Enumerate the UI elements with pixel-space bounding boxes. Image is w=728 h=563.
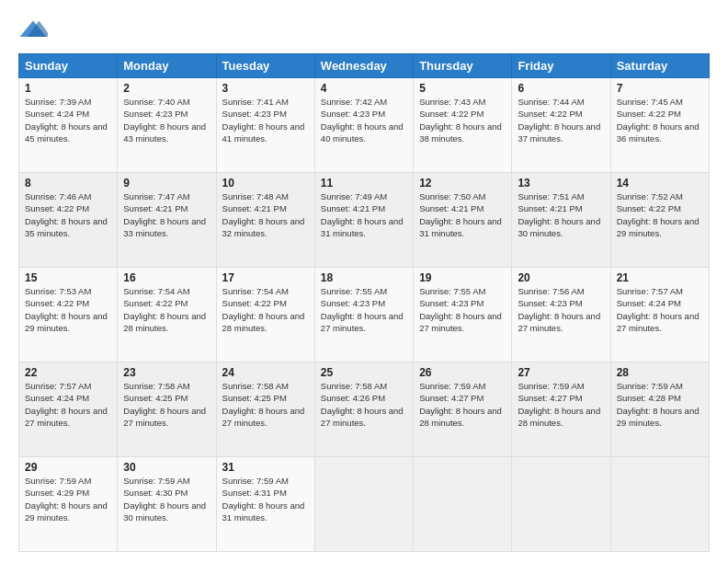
day-number: 20: [518, 271, 604, 284]
calendar-row: 29Sunrise: 7:59 AM Sunset: 4:29 PM Dayli…: [19, 457, 710, 552]
calendar-table: SundayMondayTuesdayWednesdayThursdayFrid…: [18, 53, 710, 552]
day-info: Sunrise: 7:44 AM Sunset: 4:22 PM Dayligh…: [518, 96, 604, 144]
calendar-cell: 17Sunrise: 7:54 AM Sunset: 4:22 PM Dayli…: [216, 268, 314, 362]
day-number: 21: [617, 271, 703, 284]
day-number: 15: [25, 271, 111, 284]
day-info: Sunrise: 7:43 AM Sunset: 4:22 PM Dayligh…: [419, 96, 506, 144]
calendar-cell: 12Sunrise: 7:50 AM Sunset: 4:21 PM Dayli…: [414, 173, 512, 268]
day-number: 16: [123, 271, 210, 284]
calendar-cell: 26Sunrise: 7:59 AM Sunset: 4:27 PM Dayli…: [414, 362, 512, 457]
calendar-cell: 14Sunrise: 7:52 AM Sunset: 4:22 PM Dayli…: [610, 173, 709, 268]
day-number: 25: [321, 366, 407, 379]
day-number: 17: [222, 271, 309, 284]
calendar-cell: 8Sunrise: 7:46 AM Sunset: 4:22 PM Daylig…: [19, 173, 118, 268]
day-number: 29: [25, 461, 111, 474]
day-info: Sunrise: 7:59 AM Sunset: 4:27 PM Dayligh…: [419, 380, 506, 429]
calendar-header: SundayMondayTuesdayWednesdayThursdayFrid…: [19, 54, 710, 78]
day-number: 5: [419, 82, 506, 95]
calendar-cell: 10Sunrise: 7:48 AM Sunset: 4:21 PM Dayli…: [216, 173, 314, 268]
day-info: Sunrise: 7:58 AM Sunset: 4:26 PM Dayligh…: [321, 380, 407, 429]
day-number: 11: [321, 177, 407, 190]
day-number: 9: [123, 177, 210, 190]
calendar-cell: 3Sunrise: 7:41 AM Sunset: 4:23 PM Daylig…: [216, 78, 314, 173]
day-info: Sunrise: 7:59 AM Sunset: 4:30 PM Dayligh…: [123, 475, 210, 523]
calendar-cell: 20Sunrise: 7:56 AM Sunset: 4:23 PM Dayli…: [512, 268, 610, 362]
day-number: 30: [123, 461, 210, 474]
calendar-cell: 29Sunrise: 7:59 AM Sunset: 4:29 PM Dayli…: [19, 457, 118, 552]
logo-icon: [18, 15, 48, 44]
day-info: Sunrise: 7:58 AM Sunset: 4:25 PM Dayligh…: [123, 380, 210, 429]
calendar-cell: 21Sunrise: 7:57 AM Sunset: 4:24 PM Dayli…: [610, 268, 709, 362]
day-info: Sunrise: 7:42 AM Sunset: 4:23 PM Dayligh…: [321, 96, 407, 144]
day-info: Sunrise: 7:40 AM Sunset: 4:23 PM Dayligh…: [123, 96, 210, 144]
calendar-cell: 5Sunrise: 7:43 AM Sunset: 4:22 PM Daylig…: [414, 78, 512, 173]
header-row: SundayMondayTuesdayWednesdayThursdayFrid…: [19, 54, 710, 78]
logo: [18, 15, 51, 44]
calendar-cell: 15Sunrise: 7:53 AM Sunset: 4:22 PM Dayli…: [19, 268, 118, 362]
day-number: 31: [222, 461, 309, 474]
calendar-cell: 2Sunrise: 7:40 AM Sunset: 4:23 PM Daylig…: [118, 78, 216, 173]
day-number: 1: [25, 82, 111, 95]
day-info: Sunrise: 7:54 AM Sunset: 4:22 PM Dayligh…: [123, 285, 210, 334]
day-info: Sunrise: 7:57 AM Sunset: 4:24 PM Dayligh…: [25, 380, 111, 429]
header-cell-monday: Monday: [118, 54, 216, 78]
day-info: Sunrise: 7:41 AM Sunset: 4:23 PM Dayligh…: [222, 96, 309, 144]
day-info: Sunrise: 7:47 AM Sunset: 4:21 PM Dayligh…: [123, 190, 210, 239]
day-number: 10: [222, 177, 309, 190]
day-number: 2: [123, 82, 210, 95]
day-info: Sunrise: 7:56 AM Sunset: 4:23 PM Dayligh…: [518, 285, 604, 334]
day-number: 7: [617, 82, 703, 95]
day-number: 19: [419, 271, 506, 284]
day-info: Sunrise: 7:59 AM Sunset: 4:28 PM Dayligh…: [617, 380, 703, 429]
day-number: 18: [321, 271, 407, 284]
calendar-cell: 28Sunrise: 7:59 AM Sunset: 4:28 PM Dayli…: [610, 362, 709, 457]
calendar-cell: [414, 457, 512, 552]
calendar-cell: 27Sunrise: 7:59 AM Sunset: 4:27 PM Dayli…: [512, 362, 610, 457]
calendar-cell: 25Sunrise: 7:58 AM Sunset: 4:26 PM Dayli…: [314, 362, 413, 457]
day-number: 26: [419, 366, 506, 379]
day-info: Sunrise: 7:49 AM Sunset: 4:21 PM Dayligh…: [321, 190, 407, 239]
day-info: Sunrise: 7:59 AM Sunset: 4:27 PM Dayligh…: [518, 380, 604, 429]
calendar-cell: 16Sunrise: 7:54 AM Sunset: 4:22 PM Dayli…: [118, 268, 216, 362]
day-number: 12: [419, 177, 506, 190]
day-info: Sunrise: 7:50 AM Sunset: 4:21 PM Dayligh…: [419, 190, 506, 239]
day-info: Sunrise: 7:39 AM Sunset: 4:24 PM Dayligh…: [25, 96, 111, 144]
calendar-cell: 9Sunrise: 7:47 AM Sunset: 4:21 PM Daylig…: [118, 173, 216, 268]
header: [18, 15, 710, 44]
day-number: 27: [518, 366, 604, 379]
day-number: 28: [617, 366, 703, 379]
day-info: Sunrise: 7:59 AM Sunset: 4:29 PM Dayligh…: [25, 475, 111, 523]
calendar-row: 22Sunrise: 7:57 AM Sunset: 4:24 PM Dayli…: [19, 362, 710, 457]
calendar-row: 1Sunrise: 7:39 AM Sunset: 4:24 PM Daylig…: [19, 78, 710, 173]
calendar-cell: 31Sunrise: 7:59 AM Sunset: 4:31 PM Dayli…: [216, 457, 314, 552]
calendar-cell: [512, 457, 610, 552]
day-number: 23: [123, 366, 210, 379]
calendar-cell: 7Sunrise: 7:45 AM Sunset: 4:22 PM Daylig…: [610, 78, 709, 173]
calendar-cell: 6Sunrise: 7:44 AM Sunset: 4:22 PM Daylig…: [512, 78, 610, 173]
calendar-cell: 30Sunrise: 7:59 AM Sunset: 4:30 PM Dayli…: [118, 457, 216, 552]
calendar-cell: 4Sunrise: 7:42 AM Sunset: 4:23 PM Daylig…: [314, 78, 413, 173]
day-info: Sunrise: 7:55 AM Sunset: 4:23 PM Dayligh…: [321, 285, 407, 334]
header-cell-saturday: Saturday: [610, 54, 709, 78]
day-info: Sunrise: 7:53 AM Sunset: 4:22 PM Dayligh…: [25, 285, 111, 334]
day-info: Sunrise: 7:54 AM Sunset: 4:22 PM Dayligh…: [222, 285, 309, 334]
day-info: Sunrise: 7:52 AM Sunset: 4:22 PM Dayligh…: [617, 190, 703, 239]
day-number: 22: [25, 366, 111, 379]
day-info: Sunrise: 7:55 AM Sunset: 4:23 PM Dayligh…: [419, 285, 506, 334]
day-info: Sunrise: 7:48 AM Sunset: 4:21 PM Dayligh…: [222, 190, 309, 239]
day-number: 6: [518, 82, 604, 95]
day-info: Sunrise: 7:59 AM Sunset: 4:31 PM Dayligh…: [222, 475, 309, 523]
calendar-cell: 22Sunrise: 7:57 AM Sunset: 4:24 PM Dayli…: [19, 362, 118, 457]
day-number: 14: [617, 177, 703, 190]
calendar-body: 1Sunrise: 7:39 AM Sunset: 4:24 PM Daylig…: [19, 78, 710, 552]
page: SundayMondayTuesdayWednesdayThursdayFrid…: [0, 0, 728, 563]
header-cell-friday: Friday: [512, 54, 610, 78]
day-number: 4: [321, 82, 407, 95]
calendar-cell: 23Sunrise: 7:58 AM Sunset: 4:25 PM Dayli…: [118, 362, 216, 457]
calendar-cell: 24Sunrise: 7:58 AM Sunset: 4:25 PM Dayli…: [216, 362, 314, 457]
day-number: 24: [222, 366, 309, 379]
calendar-cell: 18Sunrise: 7:55 AM Sunset: 4:23 PM Dayli…: [314, 268, 413, 362]
calendar-row: 15Sunrise: 7:53 AM Sunset: 4:22 PM Dayli…: [19, 268, 710, 362]
calendar-cell: [314, 457, 413, 552]
calendar-cell: [610, 457, 709, 552]
